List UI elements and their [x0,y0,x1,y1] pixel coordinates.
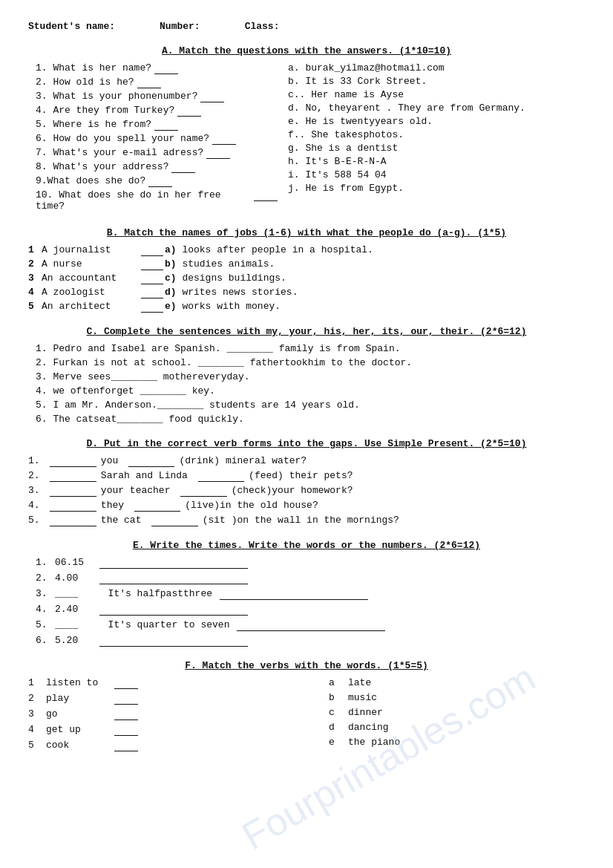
section-a-title: A. Match the questions with the answers.… [28,45,585,56]
answer-blank[interactable] [212,133,236,145]
section-d-blank[interactable] [198,470,244,482]
section-b-blank[interactable] [141,258,163,270]
section-d-blank[interactable] [50,455,96,467]
section-d-blank[interactable] [50,485,96,497]
section-f-letter: b [329,692,342,703]
section-e-blank[interactable] [99,557,248,569]
header: Student's name: Number: Class: [28,21,585,32]
section-a-answer: e. He is twentyyears old. [288,116,585,127]
section-b-row: 2 A nurse b) studies animals. [28,258,585,270]
section-f: F. Match the verbs with the words. (1*5=… [28,660,585,755]
section-b-desc: looks after people in a hospital. [177,244,373,255]
section-a-question: 2. How old is he? [36,76,281,88]
answer-blank[interactable] [137,76,161,88]
section-d-text: (check)your homework? [232,485,359,496]
section-c-item: 1. Pedro and Isabel are Spanish. _______… [36,343,585,354]
section-e-num: 6. [36,635,50,646]
section-e-title: E. Write the times. Write the words or t… [28,540,585,551]
section-b-row: 5 An architect e) works with money. [28,301,585,313]
section-e-blank[interactable] [99,604,248,616]
section-b-job: An accountant [42,273,138,284]
answer-blank[interactable] [206,147,230,159]
section-c-list: 1. Pedro and Isabel are Spanish. _______… [28,343,585,425]
section-f-blank[interactable] [114,724,138,736]
section-e-blank[interactable] [99,572,248,584]
section-d-text: 2. [28,470,45,481]
section-e-blank[interactable] [237,619,385,631]
number-label: Number: [160,21,200,32]
answer-blank[interactable] [254,189,278,201]
section-f-left-item: 4 get up [28,724,284,736]
section-b-row: 1 A journalist a) looks after people in … [28,244,585,256]
section-d-text: your teacher [101,485,176,496]
section-f-left-item: 3 go [28,708,284,720]
section-a-match: 1. What is her name? 2. How old is he? 3… [28,62,585,214]
section-e-list: 1.06.15 2.4.00 3.____ It's halfpastthree… [28,557,585,647]
answer-blank[interactable] [200,91,224,102]
answer-blank[interactable] [148,175,172,187]
section-f-blank[interactable] [114,740,138,751]
section-f-left: 1 listen to 2 play 3 go 4 get up 5 cook [28,677,284,755]
section-d-blank[interactable] [134,500,180,512]
section-a-answer: b. It is 33 Cork Street. [288,76,585,87]
section-e-extra: It's quarter to seven [96,619,229,630]
section-e: E. Write the times. Write the words or t… [28,540,585,647]
section-f-verb: get up [46,724,105,735]
section-f-right-item: d dancing [329,722,585,733]
section-b: B. Match the names of jobs (1-6) with wh… [28,227,585,313]
section-e-num: 5. [36,619,50,630]
section-c-item: 6. The catseat________ food quickly. [36,414,585,425]
section-f-verb: listen to [46,677,105,688]
section-d-text: 5. [28,515,45,526]
section-a-answer: i. It's 588 54 04 [288,169,585,180]
answer-blank[interactable] [154,119,178,131]
section-b-letter: a) [165,244,177,255]
section-d-blank[interactable] [50,500,96,512]
section-d-blank[interactable] [128,455,174,467]
answer-blank[interactable] [177,105,201,117]
section-e-blank[interactable] [99,635,248,647]
section-b-row: 4 A zoologist d) writes news stories. [28,287,585,298]
answer-blank[interactable] [171,161,195,173]
section-f-title: F. Match the verbs with the words. (1*5=… [28,660,585,671]
section-b-letter: c) [165,273,177,284]
section-b-num: 5 [28,301,42,312]
section-f-right-item: e the piano [329,737,585,748]
section-a-answer: f.. She takesphotos. [288,129,585,140]
section-d: D. Put in the correct verb forms into th… [28,438,585,526]
section-b-job: A nurse [42,258,138,270]
section-f-right-item: c dinner [329,707,585,718]
section-b-blank[interactable] [141,244,163,256]
section-d-text: Sarah and Linda [101,470,194,481]
section-b-blank[interactable] [141,301,163,313]
section-f-blank[interactable] [114,677,138,689]
section-a-question: 4. Are they from Turkey? [36,105,281,117]
section-a-answer: g. She is a dentist [288,143,585,154]
section-d-blank[interactable] [50,470,96,482]
section-a: A. Match the questions with the answers.… [28,45,585,214]
section-e-given: 5.20 [55,635,92,646]
section-e-blank[interactable] [220,588,368,600]
answer-blank[interactable] [154,62,178,74]
section-b-title: B. Match the names of jobs (1-6) with wh… [28,227,585,238]
section-b-blank[interactable] [141,287,163,298]
section-b-desc: designs buildings. [177,273,286,284]
section-d-item: 4. they (live)in the old house? [28,500,585,512]
section-d-text: (feed) their pets? [249,470,358,481]
class-label: Class: [245,21,280,32]
section-f-blank[interactable] [114,693,138,705]
section-e-given: 06.15 [55,557,92,568]
section-f-blank[interactable] [114,708,138,720]
section-f-num: 5 [28,740,40,751]
section-d-blank[interactable] [151,515,197,526]
students-name-label: Student's name: [28,21,115,32]
section-d-blank[interactable] [50,515,96,526]
section-d-item: 2. Sarah and Linda (feed) their pets? [28,470,585,482]
section-b-rows: 1 A journalist a) looks after people in … [28,244,585,313]
section-b-blank[interactable] [141,273,163,284]
section-e-item: 1.06.15 [36,557,585,569]
section-a-answer: c.. Her name is Ayse [288,89,585,100]
section-f-letter: d [329,722,342,733]
section-d-blank[interactable] [180,485,226,497]
section-b-num: 2 [28,258,42,270]
